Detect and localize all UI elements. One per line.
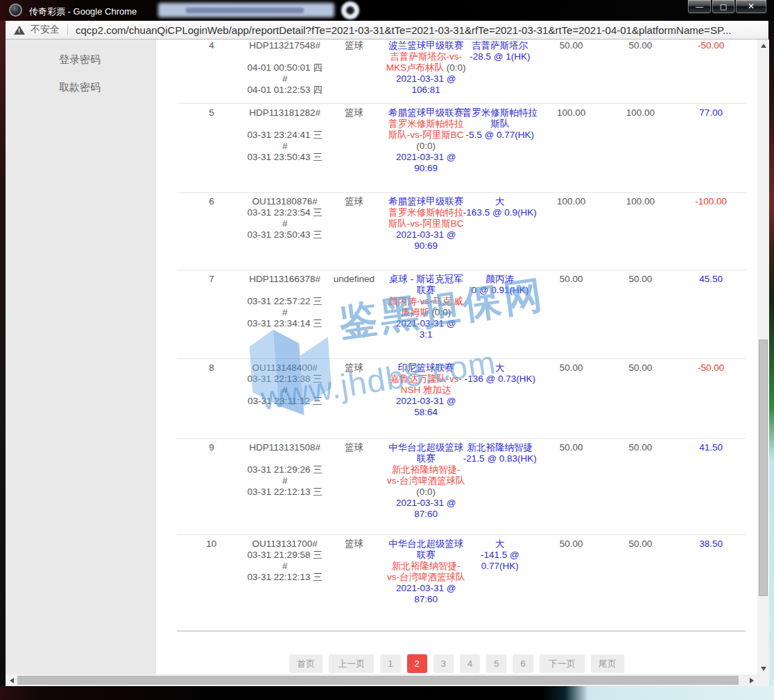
row-teams: 普罗米修斯帕特拉斯队-vs-阿里斯BC (0:0) [386,119,466,152]
row-valid-amount: 50.00 [605,274,677,285]
table-row: 6 OU113180876#03-31 23:23:54 三#03-31 23:… [177,193,746,270]
window-border-right [769,21,774,686]
background-window-ghost-text [186,8,304,13]
row-teams: 新北裕隆纳智捷-vs-台湾啤酒篮球队 (0:0) [386,464,466,498]
row-result-date: 2021-03-31 @ [386,396,466,407]
row-valid-amount: 50.00 [605,539,677,550]
page-button-首页[interactable]: 首页 [289,654,322,673]
page-button-5[interactable]: 5 [486,654,506,673]
pagination: 首页上一页123456下一页尾页 [156,654,757,673]
row-sport: 篮球 [324,362,385,374]
row-bet-odds: -5.5 @ 0.77(HK) [462,130,538,141]
row-teams: 新北裕隆纳智捷-vs-台湾啤酒篮球队 [386,561,466,583]
row-league: 希腊篮球甲级联赛 [386,107,466,119]
row-bet-odds: -136 @ 0.73(HK) [462,374,538,385]
scroll-up-arrow[interactable] [757,40,769,51]
row-result-amount: 77.00 [676,107,746,119]
page-button-3[interactable]: 3 [433,654,454,673]
row-order-and-times: OU113180876#03-31 23:23:54 三#03-31 23:50… [246,196,324,240]
sidebar: 登录密码 取款密码 [6,40,156,674]
scroll-right-arrow[interactable] [746,674,757,686]
row-result-date: 2021-03-31 @ [386,498,466,509]
row-result-date: 2021-03-31 @ [386,583,466,594]
horizontal-scrollbar[interactable] [6,674,757,686]
row-match-info: 希腊篮球甲级联赛 普罗米修斯帕特拉斯队-vs-阿里斯BC 2021-03-31 … [386,196,466,252]
row-order-and-times: HDP113181282# 03-31 23:24:41 三#03-31 23:… [246,107,324,163]
scroll-left-arrow[interactable] [6,674,17,686]
url-text[interactable]: cqcp2.com/chuanQiCPLoginWeb/app/reportDe… [76,24,731,36]
page-button-6[interactable]: 6 [513,654,533,673]
row-result-amount: 41.50 [676,442,746,453]
row-bet-odds: -163.5 @ 0.9(HK) [462,207,538,218]
page-button-尾页[interactable]: 尾页 [591,654,624,673]
row-match-info: 希腊篮球甲级联赛 普罗米修斯帕特拉斯队-vs-阿里斯BC (0:0) 2021-… [386,107,466,174]
not-secure-warning-icon[interactable]: ! [14,26,25,35]
sidebar-item-withdraw-password[interactable]: 取款密码 [6,73,156,101]
not-secure-label[interactable]: 不安全 [31,24,60,36]
row-match-info: 桌球 - 斯诺克冠军联赛 颜丙涛-vs-马克.威廉姆斯 (0:0) 2021-0… [386,274,466,340]
row-order-and-times: HDP113166378# 03-31 22:57:22 三#03-31 23:… [246,274,324,329]
window-titlebar: 传奇彩票 - Google Chrome — ▢ ✕ [0,0,774,21]
row-result-amount: 38.50 [676,539,746,550]
row-number: 4 [177,40,246,51]
row-sport: 篮球 [324,107,385,119]
row-bet: 吉普萨斯塔尔 -28.5 @ 1(HK) [462,40,538,62]
vertical-scrollbar-thumb[interactable] [759,340,768,596]
row-result-score: 87:60 [386,594,466,605]
address-separator [67,24,68,35]
row-match-info: 中华台北超级篮球联赛 新北裕隆纳智捷-vs-台湾啤酒篮球队 2021-03-31… [386,539,466,605]
row-teams: 普罗米修斯帕特拉斯队-vs-阿里斯BC [386,207,466,229]
row-result-amount: -50.00 [676,40,746,51]
row-valid-amount: 100.00 [605,196,677,207]
window-border-left [0,21,6,686]
window-title: 传奇彩票 - Google Chrome [29,6,137,18]
page-button-2[interactable]: 2 [407,654,427,673]
row-bet: 大 -141.5 @ 0.77(HK) [462,539,538,572]
row-bet-selection: 大 [462,539,538,550]
row-bet-amount: 50.00 [538,539,605,550]
report-table-area: 4 HDP113217548# 04-01 00:50:01 四#04-01 0… [156,40,757,674]
row-bet-selection: 吉普萨斯塔尔 [462,40,538,51]
vertical-scrollbar[interactable] [757,40,769,674]
row-bet: 新北裕隆纳智捷 -21.5 @ 0.83(HK) [462,442,538,464]
row-bet: 大 -136 @ 0.73(HK) [462,362,538,385]
horizontal-scrollbar-thumb[interactable] [17,676,739,685]
row-order-and-times: HDP113131508# 03-31 21:29:26 三#03-31 22:… [246,442,324,498]
address-bar[interactable]: ! 不安全 cqcp2.com/chuanQiCPLoginWeb/app/re… [6,21,768,40]
row-bet-odds: -28.5 @ 1(HK) [462,51,538,62]
row-number: 5 [177,107,246,119]
row-result-date: 2021-03-31 @ [386,152,466,163]
maximize-button[interactable]: ▢ [712,0,735,14]
row-match-info: 中华台北超级篮球联赛 新北裕隆纳智捷-vs-台湾啤酒篮球队 (0:0) 2021… [386,442,466,520]
row-league: 中华台北超级篮球联赛 [386,442,466,464]
sidebar-item-login-password[interactable]: 登录密码 [6,46,156,73]
table-row: 8 OU113148400#03-31 22:13:38 三#03-31 23:… [177,359,746,439]
row-bet: 颜丙涛 0 @ 0.91(HK) [462,274,538,296]
row-league: 中华台北超级篮球联赛 [386,539,466,561]
row-bet-amount: 50.00 [538,362,605,374]
close-button[interactable]: ✕ [735,0,767,14]
row-valid-amount: 50.00 [605,40,677,51]
page-button-1[interactable]: 1 [380,654,400,673]
page-button-上一页[interactable]: 上一页 [329,654,374,673]
minimize-button[interactable]: — [687,0,712,14]
row-result-score: 58:64 [386,407,466,418]
scroll-down-arrow[interactable] [757,663,769,674]
row-order-and-times: OU113148400#03-31 22:13:38 三#03-31 23:11… [246,362,324,407]
row-order-and-times: HDP113217548# 04-01 00:50:01 四#04-01 01:… [246,40,324,96]
row-number: 9 [177,442,246,453]
page-button-下一页[interactable]: 下一页 [540,654,585,673]
page-button-4[interactable]: 4 [460,654,480,673]
row-league: 桌球 - 斯诺克冠军联赛 [386,274,466,296]
background-window-ghost-icon [341,1,359,19]
report-table-body: 4 HDP113217548# 04-01 00:50:01 四#04-01 0… [156,40,757,631]
row-bet-amount: 50.00 [538,40,605,51]
row-bet: 大 -163.5 @ 0.9(HK) [462,196,538,218]
row-number: 7 [177,274,246,285]
table-row: 5 HDP113181282# 03-31 23:24:41 三#03-31 2… [177,104,746,193]
row-result-amount: 45.50 [676,274,746,285]
row-bet-selection: 普罗米修斯帕特拉斯队 [462,107,538,130]
row-result-score: 106:81 [386,85,466,96]
row-bet: 普罗米修斯帕特拉斯队 -5.5 @ 0.77(HK) [462,107,538,141]
table-row: 7 HDP113166378# 03-31 22:57:22 三#03-31 2… [177,270,746,359]
